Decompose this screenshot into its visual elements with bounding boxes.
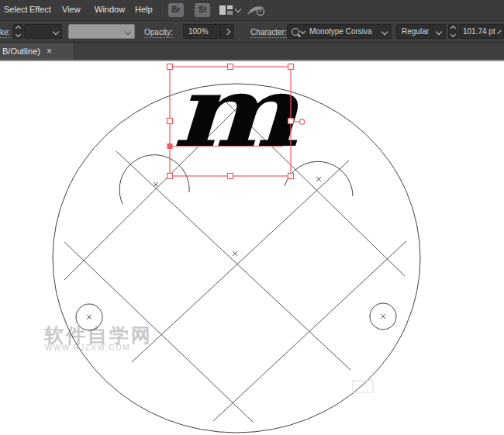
document-tab[interactable]: B/Outline) × xyxy=(0,43,73,60)
font-family-value: Monotype Corsiva xyxy=(309,27,372,36)
search-icon xyxy=(292,28,299,36)
menu-view[interactable]: View xyxy=(62,5,81,14)
illustrator-window: Select Effect View Window Help Br St ke: xyxy=(0,0,504,435)
workspace-pane xyxy=(227,11,233,15)
chevron-down-icon xyxy=(53,28,59,34)
handle-mid-right xyxy=(288,119,294,124)
menu-window[interactable]: Window xyxy=(95,5,125,14)
workspace-pane xyxy=(219,5,226,15)
opacity-label[interactable]: Opacity: xyxy=(144,28,173,38)
handle-top-left xyxy=(167,64,173,70)
font-size-value: 101.74 pt xyxy=(460,27,495,36)
stepper-up-icon xyxy=(450,26,456,31)
bridge-button[interactable]: Br xyxy=(168,3,184,17)
menu-effect[interactable]: Effect xyxy=(29,5,51,14)
outline-artwork: 软件自学网 WWW.RJZXW.COM xyxy=(0,61,504,435)
baseline-anchor-handle[interactable] xyxy=(167,143,173,149)
letter-m-text-object[interactable]: m xyxy=(172,61,300,169)
workspace-switcher-icon[interactable] xyxy=(219,5,233,15)
workspace-pane xyxy=(227,5,233,9)
tab-close-icon[interactable]: × xyxy=(47,46,52,57)
watermark-title: 软件自学网 xyxy=(43,324,153,346)
font-size-field[interactable]: 101.74 pt xyxy=(459,24,504,39)
opacity-value: 100% xyxy=(184,27,209,36)
stepper-down-icon xyxy=(16,32,21,37)
center-point-markers xyxy=(87,177,385,319)
chevron-down-icon xyxy=(381,28,388,34)
control-bar: ke: Opacity: 100% Character: Monotype Co… xyxy=(0,21,504,43)
menu-select[interactable]: Select xyxy=(4,5,28,14)
artboard-canvas[interactable]: 软件自学网 WWW.RJZXW.COM xyxy=(0,61,504,435)
rotation-handle[interactable] xyxy=(299,119,304,124)
workspace-chevron-down-icon[interactable] xyxy=(235,6,241,12)
stroke-label[interactable]: ke: xyxy=(0,28,10,38)
stroke-weight-dropdown[interactable] xyxy=(24,24,62,39)
font-size-stepper[interactable] xyxy=(448,24,458,39)
handle-bottom-center xyxy=(228,174,233,179)
menu-bar: Select Effect View Window Help Br St xyxy=(0,0,504,21)
stepper-down-icon xyxy=(450,32,456,37)
stock-button[interactable]: St xyxy=(195,3,210,17)
handle-bottom-left xyxy=(167,174,173,179)
guide-line-bottom-right xyxy=(213,241,406,421)
stroke-stepper[interactable] xyxy=(13,24,23,39)
chevron-right-icon xyxy=(224,28,230,34)
character-label[interactable]: Character: xyxy=(250,28,287,38)
handle-top-right xyxy=(288,64,294,70)
document-tab-bar: B/Outline) × xyxy=(0,43,504,60)
font-style-value: Regular xyxy=(397,27,429,36)
x-marker xyxy=(87,315,91,319)
handle-mid-left xyxy=(167,119,173,124)
chevron-down-icon xyxy=(497,29,502,34)
menu-separator xyxy=(161,3,162,17)
guide-line-middle-slash xyxy=(132,161,349,362)
x-marker xyxy=(154,182,158,187)
search-chevron-down-icon xyxy=(300,29,306,34)
font-style-dropdown[interactable]: Regular xyxy=(396,24,446,39)
handle-top-center xyxy=(228,64,233,70)
chevron-down-icon xyxy=(436,28,442,34)
handle-bottom-right xyxy=(288,174,294,179)
stepper-up-icon xyxy=(16,26,21,31)
menu-help[interactable]: Help xyxy=(135,5,153,14)
share-screen-icon[interactable] xyxy=(246,3,266,17)
font-family-dropdown[interactable]: Monotype Corsiva xyxy=(287,24,392,39)
opacity-field[interactable]: 100% xyxy=(183,24,234,39)
watermark-url: WWW.RJZXW.COM xyxy=(45,344,130,352)
variable-width-profile-dropdown[interactable] xyxy=(68,24,135,39)
x-marker xyxy=(316,177,321,181)
document-tab-title: B/Outline) xyxy=(2,47,40,56)
chevron-down-icon xyxy=(125,28,131,34)
x-marker xyxy=(233,251,237,256)
x-marker xyxy=(381,314,385,319)
